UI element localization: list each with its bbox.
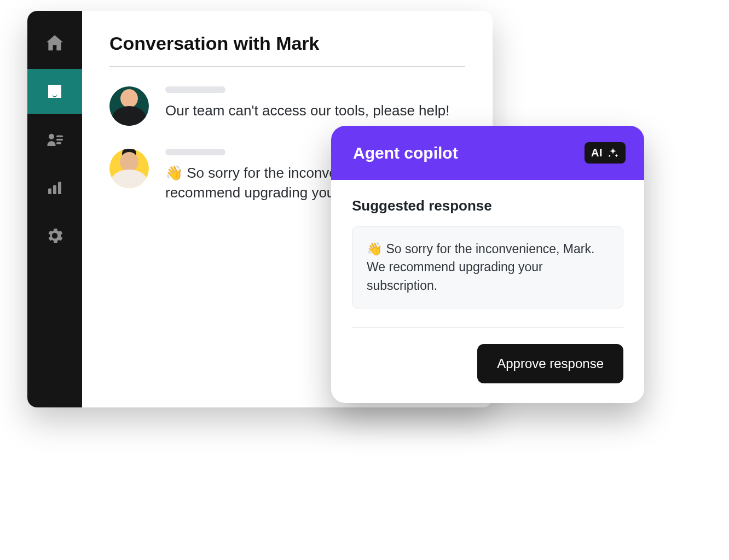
message-text: Our team can't access our tools, please … xyxy=(165,101,465,120)
copilot-panel: Agent copilot AI Suggested response 👋 So… xyxy=(331,126,644,403)
name-placeholder xyxy=(165,86,225,93)
approve-response-button[interactable]: Approve response xyxy=(477,344,623,383)
divider xyxy=(109,66,465,67)
sidebar-item-settings[interactable] xyxy=(27,213,82,258)
sidebar xyxy=(27,11,82,407)
copilot-footer: Approve response xyxy=(331,328,644,403)
conversation-title: Conversation with Mark xyxy=(109,33,465,54)
svg-rect-3 xyxy=(56,142,61,144)
sidebar-item-home[interactable] xyxy=(27,21,82,66)
name-placeholder xyxy=(165,149,225,155)
inbox-icon xyxy=(45,81,65,101)
svg-rect-5 xyxy=(53,185,56,195)
sparkle-icon xyxy=(607,147,619,159)
ai-badge-text: AI xyxy=(591,147,603,159)
copilot-title: Agent copilot xyxy=(353,144,458,162)
svg-point-0 xyxy=(49,134,54,139)
svg-rect-2 xyxy=(56,139,63,141)
avatar xyxy=(109,86,149,126)
copilot-body: Suggested response 👋 So sorry for the in… xyxy=(331,180,644,328)
message-body: Our team can't access our tools, please … xyxy=(165,86,465,126)
svg-rect-6 xyxy=(58,182,61,195)
contacts-icon xyxy=(45,130,65,149)
sidebar-item-inbox[interactable] xyxy=(27,69,82,114)
sidebar-item-contacts[interactable] xyxy=(27,117,82,162)
message-row: Our team can't access our tools, please … xyxy=(109,86,465,126)
svg-rect-4 xyxy=(48,189,51,195)
copilot-header: Agent copilot AI xyxy=(331,126,644,180)
suggested-response-label: Suggested response xyxy=(352,197,623,214)
bar-chart-icon xyxy=(45,178,65,197)
sidebar-item-analytics[interactable] xyxy=(27,165,82,210)
home-icon xyxy=(44,32,66,54)
ai-badge: AI xyxy=(585,142,626,164)
svg-rect-1 xyxy=(56,136,63,137)
suggested-response-text: 👋 So sorry for the inconvenience, Mark. … xyxy=(352,226,623,308)
gear-icon xyxy=(45,226,65,246)
avatar xyxy=(109,149,149,188)
